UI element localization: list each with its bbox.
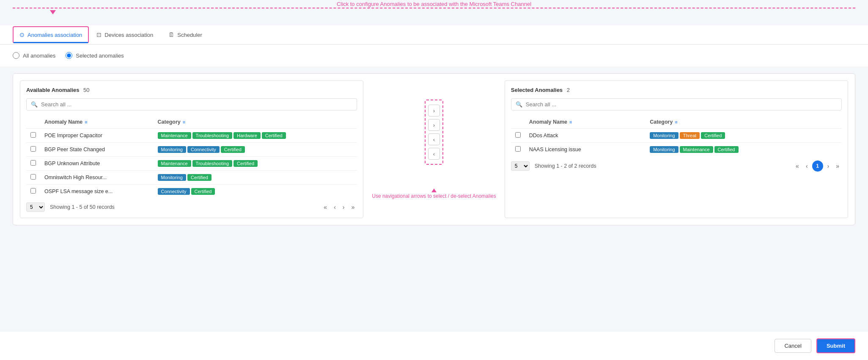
main-content: Available Anomalies 50 🔍 Anomaly Name — [0, 66, 868, 332]
available-per-page[interactable]: 5 10 20 — [26, 202, 45, 212]
selected-prev-page[interactable]: ‹ — [803, 161, 810, 171]
bottom-annotation-text: Use navigational arrows to select / de-s… — [372, 193, 496, 199]
available-next-page[interactable]: › — [340, 202, 347, 212]
table-row: OSPF LSA message size e...ConnectivityCe… — [26, 185, 357, 199]
category-cell: MonitoringMaintenanceCertified — [646, 143, 842, 157]
category-cell: MonitoringCertified — [154, 171, 357, 185]
category-cell: MaintenanceTroubleshootingCertified — [154, 157, 357, 171]
table-row: DDos AttackMonitoringThreatCertified — [511, 129, 842, 143]
submit-button[interactable]: Submit — [816, 338, 855, 353]
available-anomaly-filter-icon[interactable]: ≡ — [85, 119, 87, 125]
top-annotation-text: Click to configure Anomalies to be assoc… — [333, 1, 535, 7]
selected-first-page[interactable]: « — [793, 161, 802, 171]
selected-per-page[interactable]: 5 10 20 — [511, 161, 530, 171]
selected-pagination: 5 10 20 Showing 1 - 2 of 2 records « ‹ 1… — [511, 156, 842, 172]
anomaly-name-cell: BGP Unknown Attribute — [40, 157, 154, 171]
available-panel-header: Available Anomalies 50 — [26, 87, 357, 93]
row-checkbox[interactable] — [30, 132, 36, 138]
anomaly-name-cell: OSPF LSA message size e... — [40, 185, 154, 199]
selected-th-anomaly: Anomaly Name ≡ — [525, 116, 646, 129]
table-row: BGP Peer State ChangedMonitoringConnecti… — [26, 143, 357, 157]
anomaly-name-cell: Omniswitch High Resour... — [40, 171, 154, 185]
selected-category-filter-icon[interactable]: ≡ — [675, 119, 677, 125]
selected-table: Anomaly Name ≡ Category ≡ — [511, 116, 842, 156]
transfer-arrows-area: › › ‹ ‹ Use navigational arrows to selec… — [363, 80, 504, 218]
tab-anomalies-association[interactable]: ⊙ Anomalies association — [13, 26, 89, 43]
selected-anomaly-filter-icon[interactable]: ≡ — [569, 119, 572, 125]
radio-selected-anomalies[interactable]: Selected anomalies — [66, 52, 124, 59]
annotation-arrow — [50, 9, 56, 14]
selected-pag-nav: « ‹ 1 › » — [793, 161, 842, 172]
selected-last-page[interactable]: » — [833, 161, 842, 171]
available-search-icon: 🔍 — [31, 101, 38, 108]
selected-title: Selected Anomalies — [511, 87, 563, 93]
tab-devices-association[interactable]: ⊡ Devices association — [89, 25, 161, 44]
available-pagination: 5 10 20 Showing 1 - 5 of 50 records « ‹ … — [26, 198, 357, 212]
available-search-input[interactable] — [41, 101, 352, 108]
selected-next-page[interactable]: › — [825, 161, 832, 171]
selected-showing: Showing 1 - 2 of 2 records — [535, 163, 596, 169]
radio-all-label: All anomalies — [23, 53, 55, 59]
back-all-btn[interactable]: ‹ — [428, 148, 440, 160]
table-row: POE Improper CapacitorMaintenanceTrouble… — [26, 129, 357, 143]
selected-anomalies-panel: Selected Anomalies 2 🔍 Anomaly Name — [505, 80, 848, 218]
devices-tab-icon: ⊡ — [96, 31, 102, 38]
available-prev-page[interactable]: ‹ — [331, 202, 338, 212]
available-first-page[interactable]: « — [321, 202, 330, 212]
radio-all-input[interactable] — [13, 52, 19, 59]
scheduler-tab-icon: 🗓 — [168, 31, 174, 38]
category-cell: ConnectivityCertified — [154, 185, 357, 199]
forward-all-btn[interactable]: › — [428, 105, 440, 116]
category-cell: MaintenanceTroubleshootingHardwareCertif… — [154, 129, 357, 143]
available-table: Anomaly Name ≡ Category ≡ — [26, 116, 357, 198]
tab-scheduler[interactable]: 🗓 Scheduler — [161, 25, 210, 44]
row-checkbox[interactable] — [30, 146, 36, 152]
annotation-dashed-line — [13, 8, 855, 8]
available-th-check — [26, 116, 40, 129]
table-row: BGP Unknown AttributeMaintenanceTroubles… — [26, 157, 357, 171]
tab-anomalies-label: Anomalies association — [27, 32, 82, 38]
row-checkbox[interactable] — [30, 174, 36, 180]
available-showing: Showing 1 - 5 of 50 records — [50, 204, 115, 210]
anomaly-name-cell: DDos Attack — [525, 129, 646, 143]
bottom-annotation-arrow-up — [431, 188, 437, 192]
selected-search-input[interactable] — [526, 101, 837, 108]
category-cell: MonitoringConnectivityCertified — [154, 143, 357, 157]
radio-section: All anomalies Selected anomalies — [0, 44, 868, 66]
radio-all-anomalies[interactable]: All anomalies — [13, 52, 55, 59]
radio-selected-input[interactable] — [66, 52, 72, 59]
available-pag-nav: « ‹ › » — [321, 202, 357, 212]
anomaly-name-cell: NAAS Licensing issue — [525, 143, 646, 157]
tab-devices-label: Devices association — [104, 32, 153, 38]
radio-selected-label: Selected anomalies — [76, 53, 124, 59]
available-last-page[interactable]: » — [349, 202, 357, 212]
arrow-down-icon — [50, 10, 56, 14]
anomalies-tab-icon: ⊙ — [19, 31, 25, 38]
row-checkbox[interactable] — [30, 188, 36, 194]
cancel-button[interactable]: Cancel — [775, 339, 811, 353]
tabs-bar: ⊙ Anomalies association ⊡ Devices associ… — [0, 25, 868, 44]
selected-search-box[interactable]: 🔍 — [511, 98, 842, 111]
anomaly-name-cell: BGP Peer State Changed — [40, 143, 154, 157]
category-cell: MonitoringThreatCertified — [646, 129, 842, 143]
available-search-box[interactable]: 🔍 — [26, 98, 357, 111]
selected-panel-header: Selected Anomalies 2 — [511, 87, 842, 93]
tab-scheduler-label: Scheduler — [177, 32, 202, 38]
selected-page-1[interactable]: 1 — [812, 161, 823, 172]
bottom-bar: Cancel Submit — [0, 332, 868, 360]
row-checkbox[interactable] — [30, 160, 36, 166]
available-count: 50 — [83, 87, 89, 93]
selected-search-icon: 🔍 — [516, 101, 522, 108]
selected-th-check — [511, 116, 525, 129]
table-row: NAAS Licensing issueMonitoringMaintenanc… — [511, 143, 842, 157]
row-checkbox[interactable] — [515, 132, 521, 138]
back-one-btn[interactable]: ‹ — [428, 133, 440, 145]
selected-th-category: Category ≡ — [646, 116, 842, 129]
panels-container: Available Anomalies 50 🔍 Anomaly Name — [13, 73, 855, 225]
available-category-filter-icon[interactable]: ≡ — [183, 119, 185, 125]
row-checkbox[interactable] — [515, 146, 521, 152]
anomaly-name-cell: POE Improper Capacitor — [40, 129, 154, 143]
available-title: Available Anomalies — [26, 87, 79, 93]
forward-one-btn[interactable]: › — [428, 119, 440, 131]
arrows-dashed-box: › › ‹ ‹ — [425, 100, 443, 165]
